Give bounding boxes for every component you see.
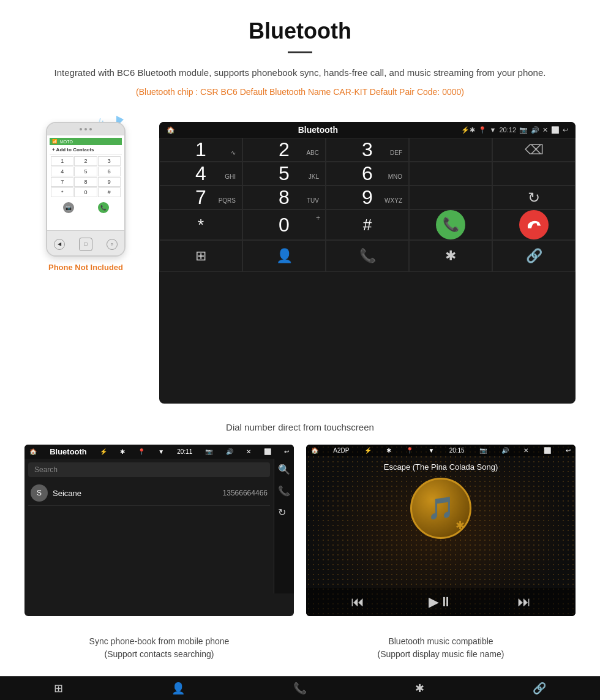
pb-content-area: Search S Seicane 13566664466: [24, 459, 274, 593]
pb-home-icon[interactable]: 🏠: [29, 448, 37, 455]
key-7[interactable]: 7PQRS: [159, 186, 242, 209]
key-backspace[interactable]: ⌫: [492, 138, 576, 162]
page-title: Bluetooth: [24, 18, 576, 44]
bottom-screenshots: 🏠 Bluetooth ⚡ ✱ 📍 ▼ 20:11 📷 🔊 ✕ ⬜ ↩ Sear…: [0, 445, 600, 673]
bottom-link-icon[interactable]: 🔗: [492, 240, 576, 272]
page-specs: (Bluetooth chip : CSR BC6 Default Blueto…: [24, 85, 576, 99]
music-play-icon[interactable]: ▶⏸: [429, 594, 452, 610]
window-icon: ⬜: [551, 126, 560, 134]
empty-cell-3: [492, 162, 576, 186]
pb-refresh-icon[interactable]: ↻: [278, 506, 290, 518]
pb-window: ⬜: [264, 448, 271, 455]
pb-time: 20:11: [177, 448, 192, 455]
pb-wifi: ▼: [158, 448, 164, 455]
volume-icon: 🔊: [531, 126, 539, 134]
music-window: ⬜: [544, 447, 551, 454]
music-wifi: ▼: [428, 447, 434, 454]
key-9[interactable]: 9WXYZ: [326, 186, 409, 209]
pb-camera: 📷: [205, 448, 212, 455]
phone-mockup: 📶MOTO + Add to Contacts 123 456 789 *0# …: [46, 122, 126, 257]
key-1[interactable]: 1∿: [159, 138, 242, 162]
music-loc: 📍: [406, 447, 413, 454]
music-status-bar: 🏠 A2DP ⚡ ✱ 📍 ▼ 20:15 📷 🔊 ✕ ⬜ ↩: [306, 445, 576, 456]
phonebook-screen: 🏠 Bluetooth ⚡ ✱ 📍 ▼ 20:11 📷 🔊 ✕ ⬜ ↩ Sear…: [24, 445, 294, 616]
music-vol: 🔊: [501, 447, 509, 454]
header-divider: [288, 51, 312, 53]
page-header: Bluetooth Integrated with BC6 Bluetooth …: [0, 0, 600, 110]
pb-vol: 🔊: [226, 448, 233, 455]
usb-icon: ⚡: [461, 126, 470, 134]
key-call-red[interactable]: [492, 209, 576, 240]
dialer-caption: Dial number direct from touchscreen: [0, 422, 600, 432]
key-2[interactable]: 2ABC: [242, 138, 326, 162]
phonebook-caption: Sync phone-book from mobile phone(Suppor…: [24, 622, 294, 661]
dialer-status-bar: 🏠 Bluetooth ⚡ ✱ 📍 ▼ 20:12 📷 🔊 ✕ ⬜ ↩: [159, 122, 576, 138]
music-controls: ⏮ ▶⏸ ⏭: [306, 588, 576, 616]
pb-avatar: S: [31, 484, 48, 502]
pb-usb: ⚡: [100, 448, 107, 455]
key-star[interactable]: *: [159, 209, 242, 240]
pb-search-bar[interactable]: Search: [28, 462, 270, 477]
phone-top-bar-dots: [80, 128, 92, 130]
dialer-grid: 1∿ 2ABC 3DEF ⌫ 4GHI 5JKL: [159, 138, 576, 272]
pb-title: Bluetooth: [50, 447, 87, 456]
music-usb: ⚡: [364, 447, 372, 454]
music-screenshot-item: 🏠 A2DP ⚡ ✱ 📍 ▼ 20:15 📷 🔊 ✕ ⬜ ↩ Escape (T…: [306, 445, 576, 661]
location-icon: 📍: [478, 126, 487, 134]
status-left: 🏠: [167, 126, 175, 134]
bottom-contacts-icon[interactable]: 👤: [242, 240, 326, 272]
back-icon[interactable]: ↩: [563, 126, 568, 134]
bottom-bt-icon[interactable]: ✱: [409, 240, 492, 272]
status-right: ✱ 📍 ▼ 20:12 📷 🔊 ✕ ⬜ ↩: [470, 126, 568, 134]
phonebook-caption-text: Sync phone-book from mobile phone(Suppor…: [89, 636, 230, 659]
pb-status-bar: 🏠 Bluetooth ⚡ ✱ 📍 ▼ 20:11 📷 🔊 ✕ ⬜ ↩: [24, 445, 294, 459]
music-song-title: Escape (The Pina Colada Song): [384, 462, 498, 472]
empty-cell-2: [409, 162, 492, 186]
key-refresh[interactable]: ↻: [492, 186, 576, 209]
pb-bt-icon: ✱: [120, 448, 125, 455]
key-6[interactable]: 6MNO: [326, 162, 409, 186]
phonebook-screenshot-item: 🏠 Bluetooth ⚡ ✱ 📍 ▼ 20:11 📷 🔊 ✕ ⬜ ↩ Sear…: [24, 445, 294, 661]
music-back[interactable]: ↩: [566, 447, 571, 454]
pb-contact-row: S Seicane 13566664466: [28, 481, 270, 506]
phone-not-included-label: Phone Not Included: [48, 263, 123, 272]
pb-contact-name: Seicane: [53, 489, 218, 498]
music-album-art: 🎵 ✱: [410, 478, 471, 539]
music-close: ✕: [523, 447, 528, 454]
key-8[interactable]: 8TUV: [242, 186, 326, 209]
key-3[interactable]: 3DEF: [326, 138, 409, 162]
dialer-screen-wrapper: 🏠 Bluetooth ⚡ ✱ 📍 ▼ 20:12 📷 🔊 ✕ ⬜ ↩: [159, 122, 576, 404]
phone-top-bar: [47, 123, 124, 135]
pb-contact-phone: 13566664466: [223, 489, 268, 497]
time-display: 20:12: [499, 126, 516, 134]
key-hash[interactable]: #: [326, 209, 409, 240]
music-next-icon[interactable]: ⏭: [517, 594, 531, 610]
music-home-icon[interactable]: 🏠: [311, 447, 318, 454]
key-call-green[interactable]: 📞: [409, 209, 492, 240]
pb-back[interactable]: ↩: [284, 448, 289, 455]
phone-screen: 📶MOTO + Add to Contacts 123 456 789 *0# …: [47, 135, 124, 230]
key-0[interactable]: 0+: [242, 209, 326, 240]
empty-cell-4: [409, 186, 492, 209]
pb-close: ✕: [246, 448, 251, 455]
pb-call-icon[interactable]: 📞: [278, 485, 290, 497]
bottom-phone-icon[interactable]: 📞: [326, 240, 409, 272]
dialer-screen: 🏠 Bluetooth ⚡ ✱ 📍 ▼ 20:12 📷 🔊 ✕ ⬜ ↩: [159, 122, 576, 404]
bottom-grid-icon[interactable]: ⊞: [159, 240, 242, 272]
pb-location: 📍: [138, 448, 145, 455]
music-time: 20:15: [449, 447, 465, 454]
status-title: Bluetooth: [175, 125, 461, 135]
music-content: Escape (The Pina Colada Song) 🎵 ✱: [306, 456, 576, 551]
music-title: A2DP: [333, 447, 349, 454]
bt-icon: ✱: [470, 126, 475, 134]
empty-cell-1: [409, 138, 492, 162]
home-icon[interactable]: 🏠: [167, 126, 175, 134]
music-bt: ✱: [386, 447, 391, 454]
music-cam: 📷: [479, 447, 487, 454]
music-caption: Bluetooth music compatible(Support displ…: [306, 622, 576, 661]
close-icon: ✕: [542, 126, 548, 134]
key-5[interactable]: 5JKL: [242, 162, 326, 186]
pb-search-icon[interactable]: 🔍: [278, 464, 290, 475]
music-prev-icon[interactable]: ⏮: [351, 594, 364, 610]
key-4[interactable]: 4GHI: [159, 162, 242, 186]
